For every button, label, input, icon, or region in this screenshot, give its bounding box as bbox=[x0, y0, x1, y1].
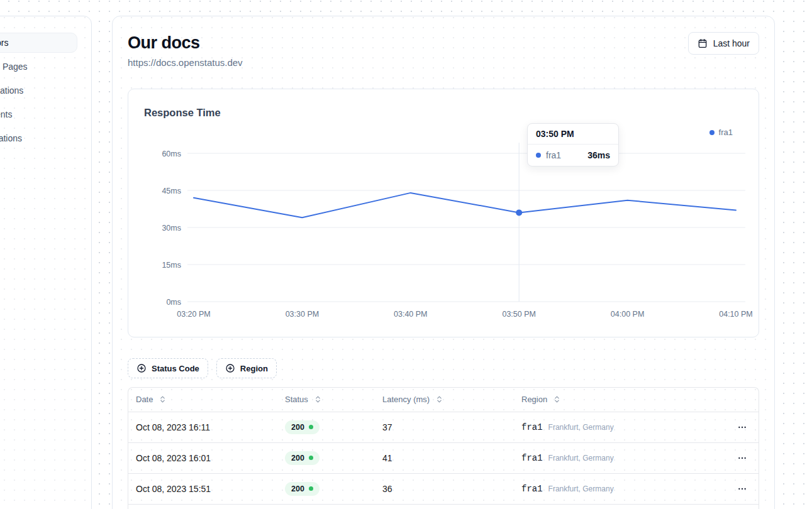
cell-region: fra1Frankfurt, Germany bbox=[521, 442, 723, 473]
cell-region: fra1Frankfurt, Germany bbox=[521, 473, 723, 504]
results-table: Date Status bbox=[128, 387, 759, 509]
title-block: Our docs https://docs.openstatus.dev bbox=[128, 32, 243, 68]
circle-plus-icon bbox=[225, 363, 235, 373]
cell-latency: 36 bbox=[382, 473, 521, 504]
chart-legend-item[interactable]: fra1 bbox=[709, 128, 733, 137]
active-point-dot bbox=[516, 209, 522, 216]
x-axis-tick-label: 03:40 PM bbox=[394, 310, 428, 319]
more-horizontal-icon bbox=[737, 484, 747, 494]
response-time-line bbox=[194, 193, 736, 217]
region-code: fra1 bbox=[521, 453, 543, 463]
column-label: Date bbox=[136, 395, 153, 404]
column-header-latency[interactable]: Latency (ms) bbox=[382, 388, 521, 412]
table-filters: Status Code Region bbox=[128, 358, 759, 378]
status-badge: 200 bbox=[285, 451, 320, 465]
sidebar-item-incidents[interactable]: ents bbox=[0, 104, 71, 124]
x-axis-tick-label: 03:50 PM bbox=[502, 310, 536, 319]
cell-latency: 37 bbox=[382, 412, 521, 442]
chevrons-up-down-icon bbox=[553, 395, 561, 403]
y-axis-tick-label: 45ms bbox=[162, 187, 181, 195]
column-label: Latency (ms) bbox=[382, 395, 430, 404]
card-header: Our docs https://docs.openstatus.dev Las… bbox=[128, 32, 759, 68]
column-header-region[interactable]: Region bbox=[521, 388, 723, 412]
table-row[interactable]: Oct 08, 2023 16:0120041fra1Frankfurt, Ge… bbox=[128, 442, 759, 473]
time-range-label: Last hour bbox=[713, 38, 750, 48]
region-code: fra1 bbox=[521, 484, 543, 494]
filter-status-code-button[interactable]: Status Code bbox=[128, 358, 208, 378]
status-badge: 200 bbox=[285, 420, 320, 434]
time-range-button[interactable]: Last hour bbox=[688, 32, 759, 55]
legend-series-label: fra1 bbox=[719, 128, 733, 137]
response-time-chart-card: Response Time 60ms45ms30ms15ms0ms03:20 P… bbox=[128, 89, 759, 337]
status-ok-dot bbox=[309, 425, 313, 429]
table-header-row: Date Status bbox=[128, 388, 759, 412]
sidebar-item-label: ors bbox=[0, 38, 8, 48]
column-header-actions bbox=[723, 388, 759, 412]
column-label: Status bbox=[285, 395, 308, 404]
filter-label: Status Code bbox=[152, 364, 199, 373]
sidebar: ors s Pages cations ents rations bbox=[0, 16, 92, 509]
sidebar-item-label: s Pages bbox=[0, 62, 28, 72]
row-actions-button[interactable] bbox=[736, 451, 748, 466]
tooltip-series-value: 36ms bbox=[587, 150, 610, 160]
cell-latency: 41 bbox=[382, 442, 521, 473]
more-horizontal-icon bbox=[737, 422, 747, 432]
page-title: Our docs bbox=[128, 33, 243, 53]
status-badge: 200 bbox=[285, 482, 320, 496]
monitor-detail-card: Our docs https://docs.openstatus.dev Las… bbox=[112, 16, 775, 509]
x-axis-tick-label: 03:20 PM bbox=[177, 310, 211, 319]
region-name: Frankfurt, Germany bbox=[548, 484, 614, 493]
more-horizontal-icon bbox=[737, 453, 747, 463]
sidebar-item-label: rations bbox=[0, 133, 22, 143]
cell-date: Oct 08, 2023 16:01 bbox=[128, 442, 285, 473]
cell-status: 200 bbox=[285, 442, 382, 473]
table-row[interactable]: Oct 08, 2023 16:1120037fra1Frankfurt, Ge… bbox=[128, 412, 759, 442]
tooltip-time: 03:50 PM bbox=[528, 124, 618, 145]
column-header-date[interactable]: Date bbox=[128, 388, 285, 412]
x-axis-tick-label: 04:00 PM bbox=[611, 310, 645, 319]
sidebar-item-monitors[interactable]: ors bbox=[0, 33, 77, 53]
monitor-url: https://docs.openstatus.dev bbox=[128, 57, 243, 68]
y-axis-tick-label: 60ms bbox=[162, 150, 181, 158]
status-ok-dot bbox=[309, 486, 313, 491]
tooltip-series-name: fra1 bbox=[546, 150, 561, 160]
column-header-status[interactable]: Status bbox=[285, 388, 382, 412]
legend-series-dot bbox=[709, 130, 715, 135]
cell-date: Oct 08, 2023 15:51 bbox=[128, 473, 285, 504]
tooltip-series-dot bbox=[536, 153, 541, 158]
region-name: Frankfurt, Germany bbox=[548, 423, 614, 432]
row-actions-button[interactable] bbox=[736, 481, 748, 496]
cell-status: 200 bbox=[285, 473, 382, 504]
sidebar-item-integrations[interactable]: rations bbox=[0, 128, 71, 148]
response-time-line-chart[interactable]: 60ms45ms30ms15ms0ms03:20 PM03:30 PM03:40… bbox=[128, 89, 761, 338]
chevrons-up-down-icon bbox=[435, 395, 443, 403]
cell-actions bbox=[723, 412, 759, 442]
filter-label: Region bbox=[240, 364, 268, 373]
cell-actions bbox=[723, 442, 759, 473]
table-row[interactable]: Oct 08, 2023 15:5120036fra1Frankfurt, Ge… bbox=[128, 473, 759, 504]
calendar-icon bbox=[698, 38, 708, 48]
region-code: fra1 bbox=[521, 422, 543, 432]
status-ok-dot bbox=[309, 456, 313, 460]
row-actions-button[interactable] bbox=[736, 420, 748, 435]
y-axis-tick-label: 0ms bbox=[166, 298, 181, 307]
x-axis-tick-label: 03:30 PM bbox=[286, 310, 320, 319]
y-axis-tick-label: 30ms bbox=[162, 224, 181, 233]
sidebar-item-notifications[interactable]: cations bbox=[0, 80, 71, 101]
cell-region: fra1Frankfurt, Germany bbox=[521, 412, 723, 442]
chart-tooltip: 03:50 PM fra1 36ms bbox=[527, 123, 619, 167]
cell-status: 200 bbox=[285, 412, 382, 442]
table-row-partial[interactable] bbox=[128, 504, 759, 509]
y-axis-tick-label: 15ms bbox=[162, 261, 181, 270]
cell-actions bbox=[723, 473, 759, 504]
region-name: Frankfurt, Germany bbox=[548, 454, 614, 462]
sidebar-item-status-pages[interactable]: s Pages bbox=[0, 57, 71, 77]
sidebar-item-label: ents bbox=[0, 109, 12, 119]
chevrons-up-down-icon bbox=[314, 395, 322, 403]
filter-region-button[interactable]: Region bbox=[216, 358, 277, 378]
chevrons-up-down-icon bbox=[159, 395, 167, 403]
sidebar-item-label: cations bbox=[0, 85, 23, 96]
x-axis-tick-label: 04:10 PM bbox=[719, 310, 753, 319]
circle-plus-icon bbox=[136, 363, 147, 373]
cell-date: Oct 08, 2023 16:11 bbox=[128, 412, 285, 442]
